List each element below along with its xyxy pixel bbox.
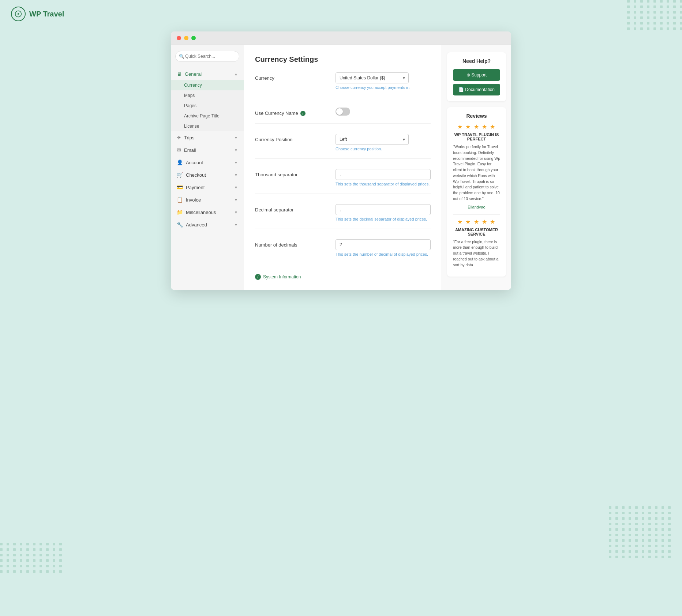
review-text: "Works perfectly for Travel tours bookin… [453,144,500,202]
select-wrap-currency: United States Dollar ($)Euro (€)British … [336,72,409,83]
form-field-use-currency-name [336,108,431,116]
checkout-icon: 🛒 [177,172,183,178]
chevron-checkout-icon: ▼ [234,173,238,177]
logo-icon [11,7,26,21]
hint-decimal-separator: This sets the decimal separator of displ… [336,217,431,221]
chevron-payment-icon: ▼ [234,185,238,189]
review-stars: ★ ★ ★ ★ ★ [453,218,500,225]
sidebar-item-email[interactable]: ✉Email▼ [171,144,244,156]
sidebar-item-account[interactable]: 👤Account▼ [171,156,244,169]
sidebar-label-account: Account [186,160,203,165]
title-bar [171,31,511,45]
general-icon: 🖥 [177,71,182,77]
sidebar-label-invoice: Invoice [186,197,201,203]
form-label-currency: Currency [255,72,336,81]
form-row-use-currency-name: Use Currency Namei [255,108,431,124]
invoice-icon: 📋 [177,197,183,203]
footer-section: i System Information [255,274,431,280]
form-section: CurrencyUnited States Dollar ($)Euro (€)… [255,72,431,264]
sidebar-label-email: Email [184,147,196,153]
hint-thousand-separator: This sets the thousand separator of disp… [336,182,431,186]
sidebar-item-trips[interactable]: ✈Trips▼ [171,131,244,144]
form-label-decimal-separator: Decimal separator [255,204,336,213]
reviews-title: Reviews [453,113,500,119]
sidebar-item-general[interactable]: 🖥General▲ [171,68,244,80]
hint-currency-position: Choose currency position. [336,147,431,151]
sidebar-label-payment: Payment [186,185,205,190]
chevron-trips-icon: ▼ [234,136,238,140]
email-icon: ✉ [177,147,181,153]
select-currency-position[interactable]: LeftRightLeft with spaceRight with space [336,134,409,145]
page-title: Currency Settings [255,55,431,64]
input-decimal-separator[interactable] [336,204,431,215]
form-row-thousand-separator: Thousand separatorThis sets the thousand… [255,169,431,194]
top-header: WP Travel [0,0,682,28]
form-label-thousand-separator: Thousand separator [255,169,336,177]
chevron-general-icon: ▲ [234,72,238,76]
minimize-dot[interactable] [184,36,188,40]
right-sidebar: Need Help? ⊕ Support 📄 Documentation Rev… [442,45,511,290]
sub-items-general: CurrencyMapsPagesArchive Page TitleLicen… [171,80,244,131]
search-input[interactable] [175,51,239,62]
window-frame: 🔍 🖥General▲CurrencyMapsPagesArchive Page… [171,31,511,290]
maximize-dot[interactable] [191,36,196,40]
sidebar-item-license[interactable]: License [171,121,244,131]
chevron-invoice-icon: ▼ [234,198,238,202]
docs-button[interactable]: 📄 Documentation [453,84,500,95]
form-row-decimal-separator: Decimal separatorThis sets the decimal s… [255,204,431,229]
form-field-currency-position: LeftRightLeft with spaceRight with space… [336,134,431,151]
review-stars: ★ ★ ★ ★ ★ [453,123,500,130]
toggle-knob-use-currency-name [336,108,343,115]
help-section: Need Help? ⊕ Support 📄 Documentation [447,52,506,101]
svg-marker-1 [18,13,19,15]
sidebar-item-maps[interactable]: Maps [171,90,244,101]
sidebar-item-payment[interactable]: 💳Payment▼ [171,181,244,194]
sidebar-item-archive-page-title[interactable]: Archive Page Title [171,111,244,121]
search-icon: 🔍 [179,54,184,59]
info-icon: i [255,274,261,280]
hint-currency: Choose currency you accept payments in. [336,85,431,90]
chevron-advanced-icon: ▼ [234,223,238,227]
sidebar-item-invoice[interactable]: 📋Invoice▼ [171,194,244,206]
window-body: 🔍 🖥General▲CurrencyMapsPagesArchive Page… [171,45,511,290]
sidebar-label-general: General [185,71,202,77]
support-button[interactable]: ⊕ Support [453,69,500,81]
form-label-number-of-decimals: Number of decimals [255,239,336,248]
reviews-section: Reviews ★ ★ ★ ★ ★WP TRAVEL PLUGIN IS PER… [447,107,506,277]
toggle-use-currency-name[interactable] [336,108,350,116]
select-currency[interactable]: United States Dollar ($)Euro (€)British … [336,72,409,83]
sidebar-label-miscellaneous: Miscellaneous [186,210,216,215]
sidebar: 🔍 🖥General▲CurrencyMapsPagesArchive Page… [171,45,244,290]
form-label-currency-position: Currency Position [255,134,336,142]
form-field-decimal-separator: This sets the decimal separator of displ… [336,204,431,221]
system-info-link[interactable]: System Information [263,274,301,279]
sidebar-item-miscellaneous[interactable]: 📁Miscellaneous▼ [171,206,244,218]
sidebar-label-advanced: Advanced [186,222,207,228]
sidebar-label-trips: Trips [184,135,194,140]
form-row-currency-position: Currency PositionLeftRightLeft with spac… [255,134,431,159]
form-field-number-of-decimals: This sets the number of decimal of displ… [336,239,431,256]
sidebar-item-advanced[interactable]: 🔧Advanced▼ [171,218,244,231]
review-text: "For a free plugin, there is more than e… [453,239,500,268]
sidebar-item-checkout[interactable]: 🛒Checkout▼ [171,169,244,181]
review-heading: WP TRAVEL PLUGIN IS PERFECT [453,132,500,141]
sidebar-item-currency[interactable]: Currency [171,80,244,90]
form-row-number-of-decimals: Number of decimalsThis sets the number o… [255,239,431,264]
input-number-of-decimals[interactable] [336,239,431,250]
account-icon: 👤 [177,159,183,165]
reviews-list: ★ ★ ★ ★ ★WP TRAVEL PLUGIN IS PERFECT"Wor… [453,123,500,268]
select-wrap-currency-position: LeftRightLeft with spaceRight with space… [336,134,409,145]
app-title: WP Travel [29,10,64,18]
form-label-use-currency-name: Use Currency Namei [255,108,336,116]
form-row-currency: CurrencyUnited States Dollar ($)Euro (€)… [255,72,431,97]
input-thousand-separator[interactable] [336,169,431,180]
review-heading: AMAZING CUSTOMER SERVICE [453,228,500,236]
payment-icon: 💳 [177,184,183,190]
hint-number-of-decimals: This sets the number of decimal of displ… [336,252,431,256]
close-dot[interactable] [177,36,181,40]
info-icon-use-currency-name: i [300,111,306,116]
sidebar-item-pages[interactable]: Pages [171,101,244,111]
chevron-miscellaneous-icon: ▼ [234,210,238,214]
form-field-currency: United States Dollar ($)Euro (€)British … [336,72,431,90]
form-field-thousand-separator: This sets the thousand separator of disp… [336,169,431,186]
